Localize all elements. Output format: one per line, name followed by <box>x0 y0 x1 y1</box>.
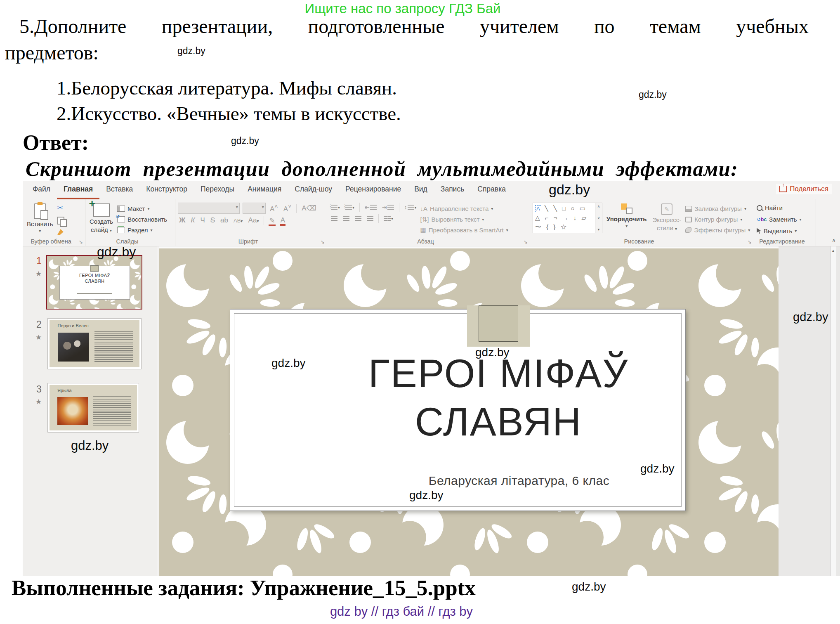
align-text-button[interactable]: [⇅] Выровнять текст ▾ <box>420 214 508 225</box>
answer-label: Ответ: <box>23 130 89 155</box>
slide-thumbnail-3[interactable]: Ярыла <box>47 383 139 433</box>
chevron-down-icon: ▾ <box>110 228 112 233</box>
chevron-down-icon: ▾ <box>39 229 41 234</box>
gdz-watermark: gdz.by <box>177 45 205 57</box>
gdz-watermark: gdz.by <box>793 310 828 324</box>
share-button[interactable]: Поделиться <box>776 184 832 194</box>
slide-title[interactable]: ГЕРОІ МІФАЎ СЛАВЯН <box>368 349 628 446</box>
font-color-button[interactable]: А <box>279 216 286 225</box>
arrange-icon <box>621 203 632 214</box>
decrease-indent-button[interactable]: ⇤ <box>363 204 378 210</box>
align-right-button[interactable] <box>354 216 363 221</box>
shape-effects-icon <box>685 227 691 233</box>
dialog-launcher-icon[interactable]: ↘ <box>748 239 752 245</box>
shapes-gallery[interactable]: A ╲ ╲ □ ○ ▭ △ ⌐ ¬ → ↓ ▱ 〜 { } ☆ <box>533 203 595 233</box>
dialog-launcher-icon[interactable]: ↘ <box>79 239 83 245</box>
arrange-button[interactable]: Упорядочить ▾ <box>605 203 649 236</box>
paste-button[interactable]: Вставить ▾ <box>25 203 55 236</box>
quick-styles-button[interactable]: ✎ Экспресс- стили ▾ <box>651 203 683 236</box>
cut-icon[interactable]: ✂ <box>57 203 64 212</box>
vertical-scrollbar[interactable]: ▲ <box>830 246 836 576</box>
decrease-indent-icon <box>370 205 377 210</box>
strikethrough-ab-button[interactable]: ab <box>219 216 229 225</box>
tab-file[interactable]: Файл <box>26 181 57 199</box>
numbering-button[interactable]: ▾ <box>344 205 356 210</box>
group-font: А˄ А˅ А⌫ Ж К Ч S ab АВ▾ Аа▾ ✎ <box>175 199 327 246</box>
tab-animations[interactable]: Анимация <box>241 181 288 199</box>
layout-button[interactable]: Макет ▾ <box>117 203 167 214</box>
powerpoint-window: Файл Главная Вставка Конструктор Переход… <box>23 181 840 576</box>
bold-button[interactable]: Ж <box>178 216 186 225</box>
strikethrough-button[interactable]: S <box>209 216 216 225</box>
footer-tags: gdz by // гдз бай // гдз by <box>330 604 473 619</box>
dialog-launcher-icon[interactable]: ↘ <box>524 239 528 245</box>
tab-view[interactable]: Вид <box>408 181 434 199</box>
text-direction-button[interactable]: ↓А Направление текста ▾ <box>420 203 508 214</box>
grow-font-button[interactable]: А˄ <box>269 203 279 213</box>
bullets-button[interactable]: ▾ <box>330 205 341 210</box>
smartart-button[interactable]: ▦ Преобразовать в SmartArt ▾ <box>420 225 508 235</box>
tab-design[interactable]: Конструктор <box>139 181 194 199</box>
shrink-font-button[interactable]: А˅ <box>282 203 293 213</box>
align-center-button[interactable] <box>342 216 351 221</box>
thumbnail-body-text <box>93 396 131 426</box>
slide-subtitle[interactable]: Беларуская літаратура, 6 клас <box>429 474 610 488</box>
card-notch <box>467 305 530 347</box>
chevron-down-icon: ▾ <box>625 224 628 229</box>
character-spacing-button[interactable]: АВ▾ <box>232 217 244 224</box>
new-slide-button[interactable]: Создать слайд ▾ <box>88 203 115 236</box>
tab-help[interactable]: Справка <box>471 181 512 199</box>
justify-button[interactable] <box>366 216 375 221</box>
tab-home[interactable]: Главная <box>57 181 99 199</box>
format-painter-icon[interactable] <box>57 229 64 235</box>
thumbnail-photo <box>58 333 89 362</box>
copy-icon[interactable] <box>57 217 64 225</box>
increase-indent-button[interactable]: ⇥ <box>381 204 395 210</box>
quick-styles-icon: ✎ <box>661 203 672 215</box>
tab-slideshow[interactable]: Слайд-шоу <box>288 181 339 199</box>
slide-editing-canvas[interactable]: ГЕРОІ МІФАЎ СЛАВЯН Беларуская літаратура… <box>159 246 779 576</box>
separator <box>378 214 379 223</box>
smartart-icon: ▦ <box>420 226 426 234</box>
font-size-combobox[interactable] <box>243 203 266 214</box>
find-button[interactable]: Найти <box>757 203 813 213</box>
align-left-button[interactable] <box>330 216 339 221</box>
columns-button[interactable]: ▾ <box>382 216 394 221</box>
section-button[interactable]: Раздел ▾ <box>117 225 167 235</box>
shapes-gallery-scroll[interactable]: ∧∨▾ <box>595 203 602 233</box>
italic-button[interactable]: К <box>189 216 196 225</box>
tab-insert[interactable]: Вставка <box>99 181 139 199</box>
collapse-ribbon-icon[interactable]: ∧ <box>832 237 836 243</box>
dialog-launcher-icon[interactable]: ↘ <box>321 239 325 245</box>
paste-icon <box>34 203 46 219</box>
thumbnail-body-text <box>94 331 133 362</box>
slide-thumbnail-1[interactable]: ГЕРОІ МІФАЎ СЛАВЯН <box>46 255 142 310</box>
group-label-editing: Редактирование <box>754 238 810 245</box>
shape-fill-button[interactable]: Заливка фигуры ▾ <box>685 203 750 214</box>
line-spacing-button[interactable]: ↕▾ <box>403 204 418 210</box>
text-highlight-button[interactable]: ✎ <box>268 216 276 225</box>
justify-icon <box>367 216 373 221</box>
animation-star-icon: ★ <box>35 397 42 406</box>
tab-transitions[interactable]: Переходы <box>194 181 241 199</box>
shape-outline-button[interactable]: Контур фигуры ▾ <box>685 214 750 225</box>
slide-title-card[interactable]: ГЕРОІ МІФАЎ СЛАВЯН Беларуская літаратура… <box>230 309 686 511</box>
chevron-down-icon: ▾ <box>338 205 340 210</box>
ribbon: Вставить ▾ ✂ Буфер обмена ↘ Создать слай… <box>23 199 840 246</box>
font-name-combobox[interactable] <box>178 203 240 214</box>
task-word: учителем <box>480 15 559 38</box>
tab-review[interactable]: Рецензирование <box>339 181 408 199</box>
reset-button[interactable]: Восстановить <box>117 214 167 225</box>
tab-record[interactable]: Запись <box>434 181 471 199</box>
clear-formatting-button[interactable]: А⌫ <box>300 204 317 213</box>
shape-effects-button[interactable]: Эффекты фигуры ▾ <box>685 225 750 235</box>
slide-thumbnail-2[interactable]: Перун и Велес <box>47 318 142 369</box>
underline-button[interactable]: Ч <box>199 216 206 225</box>
gdz-watermark: gdz.by <box>97 244 136 260</box>
thumbnail-title: Перун и Велес <box>58 323 89 328</box>
align-center-icon <box>343 216 349 221</box>
select-button[interactable]: Выделить ▾ <box>757 225 813 236</box>
change-case-button[interactable]: Аа▾ <box>247 216 260 225</box>
replace-button[interactable]: ↺bc Заменить ▾ <box>757 214 813 225</box>
scroll-up-icon[interactable]: ▲ <box>831 246 836 253</box>
